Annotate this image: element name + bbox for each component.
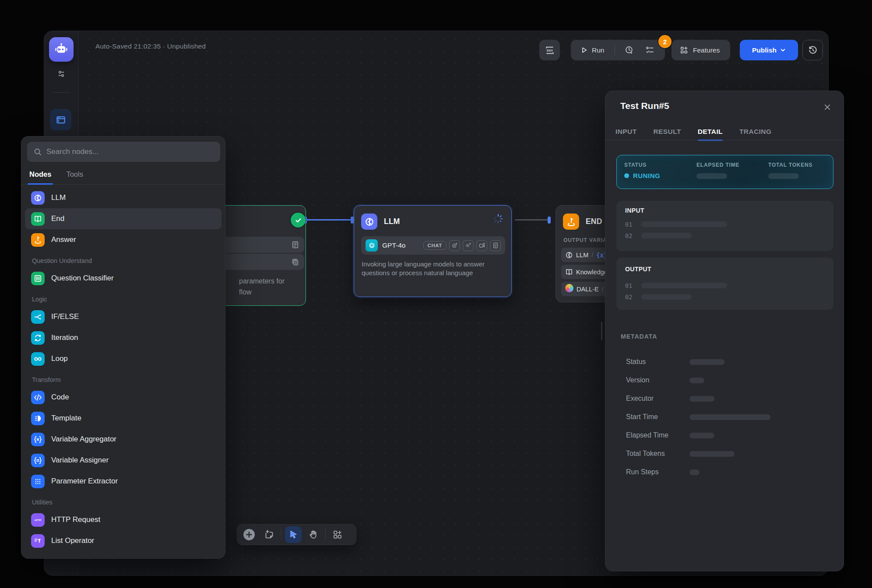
start-node-description: parameters for flow <box>239 276 285 298</box>
node-item-label: Template <box>51 414 81 423</box>
node-item-label: Parameter Extractor <box>51 477 118 486</box>
flag-icon <box>31 233 45 247</box>
tabs-divider <box>605 140 844 140</box>
row-index: 01 <box>625 221 634 228</box>
features-button[interactable]: Features <box>672 40 730 60</box>
node-panel-item[interactable]: Question Classifier <box>25 268 222 289</box>
node-panel-item[interactable]: IF/ELSE <box>25 306 222 327</box>
env-button[interactable]: ENV <box>539 40 560 60</box>
publish-label: Publish <box>752 46 777 54</box>
skeleton-bar <box>641 294 692 300</box>
node-panel-item[interactable]: Loop <box>25 348 222 369</box>
skeleton-bar <box>689 451 735 457</box>
canvas-toolbar <box>237 524 356 545</box>
input-card: INPUT 01 02 <box>616 201 833 251</box>
run-button[interactable]: Run <box>592 46 604 54</box>
features-label: Features <box>693 46 720 54</box>
node-panel-item[interactable]: End <box>25 208 222 229</box>
publish-button[interactable]: Publish <box>740 40 798 60</box>
iteration-icon <box>31 331 45 345</box>
output-row: 02 <box>625 294 825 300</box>
test-run-tab[interactable]: RESULT <box>654 122 681 140</box>
brain-outline-icon <box>565 251 573 259</box>
code-icon <box>31 391 45 404</box>
node-item-label: Question Classifier <box>51 274 114 283</box>
node-panel-section: LLM End Answer <box>25 187 222 250</box>
document-capability-icon <box>490 240 501 251</box>
node-search-input[interactable]: Search nodes... <box>27 142 220 162</box>
skeleton-bar <box>768 173 799 179</box>
run-history-icon[interactable] <box>625 46 634 55</box>
skeleton-bar <box>689 378 704 383</box>
output-card: OUTPUT 01 02 <box>616 258 833 310</box>
node-item-label: Variable Aggregator <box>51 435 116 444</box>
auto-layout-button[interactable] <box>329 526 346 543</box>
connector-handle[interactable] <box>548 217 551 224</box>
knowledge-icon <box>565 268 573 276</box>
variable-separator: / <box>591 252 593 259</box>
test-run-title: Test Run#5 <box>620 101 669 111</box>
node-panel-tab[interactable]: Nodes <box>29 164 51 184</box>
row-index: 02 <box>625 294 634 301</box>
node-panel-item[interactable]: HTTP HTTP Request <box>25 509 222 530</box>
pointer-tool-button[interactable] <box>285 526 302 543</box>
flag-icon <box>563 214 579 230</box>
node-panel-item[interactable]: Variable Assigner <box>25 450 222 471</box>
input-row: 02 <box>625 233 825 238</box>
node-panel-item[interactable]: Template <box>25 408 222 429</box>
variable-source: Knowledge <box>576 269 608 276</box>
model-name: GPT-4o <box>382 242 405 249</box>
preferences-button[interactable] <box>56 69 67 79</box>
skeleton-bar <box>689 396 714 402</box>
add-node-button[interactable] <box>241 526 257 543</box>
checklist-icon[interactable] <box>645 46 654 55</box>
metadata-row: Elapsed Time <box>605 426 844 444</box>
audio-capability-icon <box>463 240 474 251</box>
metadata-row: Version <box>605 371 844 389</box>
connector-handle[interactable] <box>351 217 354 224</box>
node-panel-item[interactable]: List Operator <box>25 530 222 551</box>
test-run-tab[interactable]: DETAIL <box>698 122 723 140</box>
add-note-button[interactable] <box>261 526 278 543</box>
window-tool-button[interactable] <box>50 109 71 130</box>
test-run-tab[interactable]: TRACING <box>739 122 771 140</box>
node-panel-item[interactable]: LLM <box>25 187 222 208</box>
edge-llm-to-end <box>515 219 548 220</box>
input-card-label: INPUT <box>625 207 644 214</box>
test-run-tab[interactable]: INPUT <box>615 122 637 140</box>
input-row: 01 <box>625 221 825 227</box>
metadata-row: Start Time <box>605 408 844 426</box>
section-header: Transform <box>32 376 214 383</box>
app-root: Auto-Saved 21:02:35 · Unpublished ENV Ru… <box>0 0 872 588</box>
node-item-label: HTTP Request <box>51 515 100 524</box>
node-panel-item[interactable]: Code <box>25 387 222 408</box>
app-logo[interactable] <box>49 37 74 62</box>
version-history-button[interactable] <box>802 40 823 60</box>
toolbar-divider <box>281 529 281 540</box>
node-item-label: LLM <box>51 193 66 202</box>
node-panel-item[interactable]: Variable Aggregator <box>25 429 222 450</box>
chat-mode-badge: CHAT <box>423 241 447 250</box>
loop-icon <box>31 352 45 366</box>
node-panel-item[interactable]: Parameter Extractor <box>25 471 222 492</box>
skeleton-bar <box>641 233 692 238</box>
play-icon[interactable] <box>580 46 588 54</box>
node-panel-tab[interactable]: Tools <box>66 164 83 184</box>
section-header: Question Understand <box>32 257 214 264</box>
node-item-label: Answer <box>51 235 76 244</box>
hand-tool-button[interactable] <box>305 526 322 543</box>
metadata-row: Run Steps <box>605 463 844 481</box>
node-list: LLM End Answer Question Understand Quest… <box>21 185 225 558</box>
classifier-icon <box>31 272 45 285</box>
skeleton-bar <box>689 469 700 475</box>
brain-icon <box>31 191 45 205</box>
metadata-row-label: Total Tokens <box>626 450 689 458</box>
model-selector[interactable]: GPT-4o CHAT <box>361 236 505 255</box>
llm-node[interactable]: LLM <box>354 205 512 297</box>
search-icon <box>33 147 42 156</box>
close-button[interactable] <box>823 102 832 112</box>
scroll-indicator[interactable] <box>601 322 602 340</box>
metadata-row: Total Tokens <box>605 444 844 463</box>
node-panel-item[interactable]: Answer <box>25 229 222 250</box>
node-panel-item[interactable]: Iteration <box>25 327 222 348</box>
